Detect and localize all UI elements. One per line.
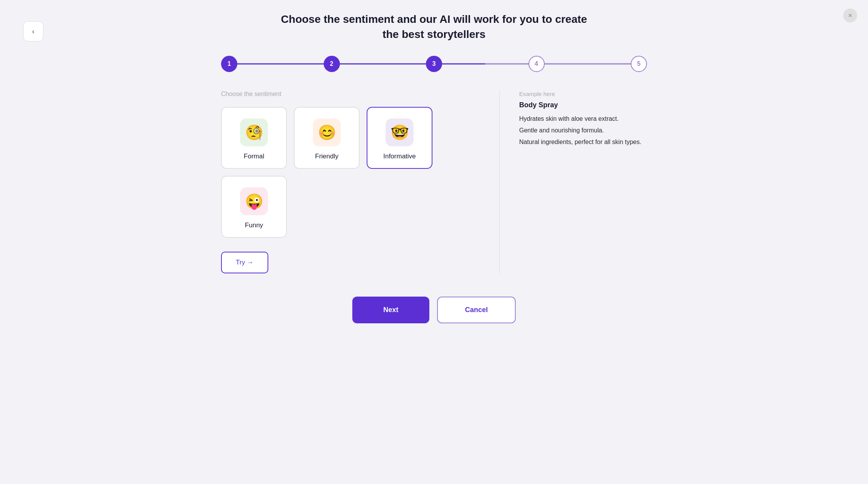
bottom-buttons: Next Cancel (352, 297, 516, 323)
step-3[interactable]: 3 (426, 56, 442, 72)
sentiment-card-formal[interactable]: 🧐 Formal (221, 107, 287, 169)
informative-emoji: 🤓 (386, 118, 413, 146)
sentiment-card-informative[interactable]: 🤓 Informative (367, 107, 432, 169)
stepper: 1 2 3 4 5 (221, 56, 647, 72)
back-icon: ‹ (32, 27, 34, 36)
vertical-divider (499, 91, 500, 273)
example-label: Example here (519, 91, 647, 97)
friendly-emoji: 😊 (313, 118, 341, 146)
example-product: Body Spray (519, 101, 647, 109)
example-bullet-2: Gentle and nourishing formula. (519, 127, 647, 134)
step-4[interactable]: 4 (528, 56, 545, 72)
close-icon: × (848, 12, 853, 19)
example-bullet-3: Natural ingredients, perfect for all ski… (519, 139, 647, 146)
sentiment-cards: 🧐 Formal 😊 Friendly 🤓 Informative 😜 Funn… (221, 107, 468, 238)
step-2[interactable]: 2 (324, 56, 340, 72)
example-bullets: Hydrates skin with aloe vera extract. Ge… (519, 115, 647, 146)
friendly-label: Friendly (315, 153, 338, 160)
close-button[interactable]: × (843, 9, 857, 22)
right-panel: Example here Body Spray Hydrates skin wi… (515, 91, 647, 273)
section-label: Choose the sentiment (221, 91, 468, 98)
left-panel: Choose the sentiment 🧐 Formal 😊 Friendly… (221, 91, 484, 273)
funny-emoji: 😜 (240, 187, 268, 215)
page-title: Choose the sentiment and our AI will wor… (281, 12, 587, 42)
try-button[interactable]: Try → (221, 252, 268, 273)
sentiment-card-friendly[interactable]: 😊 Friendly (294, 107, 360, 169)
sentiment-card-funny[interactable]: 😜 Funny (221, 176, 287, 238)
back-button[interactable]: ‹ (23, 21, 43, 41)
formal-emoji: 🧐 (240, 118, 268, 146)
funny-label: Funny (245, 221, 263, 229)
example-bullet-1: Hydrates skin with aloe vera extract. (519, 115, 647, 122)
next-button[interactable]: Next (352, 297, 429, 323)
step-1[interactable]: 1 (221, 56, 237, 72)
cancel-button[interactable]: Cancel (437, 297, 516, 323)
formal-label: Formal (244, 153, 264, 160)
informative-label: Informative (383, 153, 416, 160)
step-5[interactable]: 5 (631, 56, 647, 72)
